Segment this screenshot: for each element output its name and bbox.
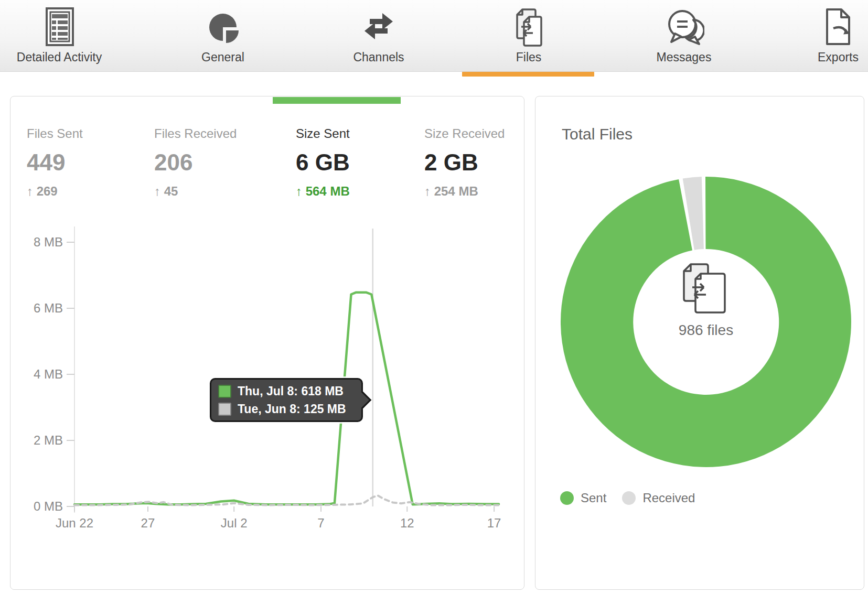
x-tick-label: Jul 2 <box>221 516 248 530</box>
x-tick-label: Jun 22 <box>56 516 93 530</box>
y-tick-label: 8 MB <box>34 235 63 249</box>
y-tick-label: 4 MB <box>34 367 63 381</box>
tab-label: Detailed Activity <box>17 50 102 64</box>
file-transfer-icon <box>508 5 549 51</box>
tooltip-text: Tue, Jun 8: 125 MB <box>238 402 346 416</box>
tab-label: Channels <box>353 50 404 64</box>
donut-center-label: 986 files <box>679 322 733 339</box>
tab-label: Files <box>516 50 542 64</box>
tab-channels[interactable]: Channels <box>303 0 455 72</box>
y-tick-label: 2 MB <box>34 433 63 447</box>
export-file-icon <box>818 5 859 51</box>
current-period-swatch <box>218 385 231 398</box>
tooltip-row: Tue, Jun 8: 125 MB <box>218 402 355 416</box>
table-icon <box>39 5 80 51</box>
legend-label: Sent <box>581 491 606 505</box>
tab-label: Messages <box>657 50 712 64</box>
sent-dot-icon <box>560 491 574 505</box>
legend-sent[interactable]: Sent <box>560 491 606 505</box>
received-dot-icon <box>622 491 636 505</box>
files-analytics-page: Detailed Activity General Channels <box>0 0 868 594</box>
x-tick-label: 27 <box>141 516 155 530</box>
tooltip-text: Thu, Jul 8: 618 MB <box>238 384 344 398</box>
file-transfer-icon <box>679 262 733 317</box>
tab-messages[interactable]: Messages <box>608 0 760 72</box>
top-navigation-bar: Detailed Activity General Channels <box>0 0 868 72</box>
size-sent-panel: Files Sent 449 ↑ 269 Files Received 206 … <box>10 96 524 590</box>
legend-label: Received <box>642 491 695 505</box>
tab-exports[interactable]: Exports <box>762 0 868 72</box>
y-tick-label: 6 MB <box>34 301 63 315</box>
tooltip-row: Thu, Jul 8: 618 MB <box>218 384 355 398</box>
x-tick-label: 7 <box>317 516 324 530</box>
active-tab-underline <box>462 72 594 77</box>
tab-files[interactable]: Files <box>453 0 605 72</box>
tab-detailed-activity[interactable]: Detailed Activity <box>0 0 135 72</box>
chart-tooltip: Thu, Jul 8: 618 MB Tue, Jun 8: 125 MB <box>210 378 363 422</box>
total-files-panel: Total Files 986 files <box>535 96 864 590</box>
x-tick-label: 12 <box>400 516 414 530</box>
swap-arrows-icon <box>358 5 399 51</box>
legend-received[interactable]: Received <box>622 491 695 505</box>
speech-bubbles-icon <box>663 5 704 51</box>
total-files-donut-chart <box>535 96 865 590</box>
y-tick-label: 0 MB <box>34 499 63 513</box>
tab-label: Exports <box>818 50 859 64</box>
tab-general[interactable]: General <box>147 0 299 72</box>
donut-legend: Sent Received <box>560 491 695 505</box>
size-sent-line-chart: 0 MB2 MB4 MB6 MB8 MBJun 2227Jul 271217 <box>10 96 525 590</box>
pie-chart-icon <box>202 5 243 51</box>
tab-label: General <box>201 50 244 64</box>
previous-period-swatch <box>218 403 231 416</box>
x-tick-label: 17 <box>487 516 501 530</box>
